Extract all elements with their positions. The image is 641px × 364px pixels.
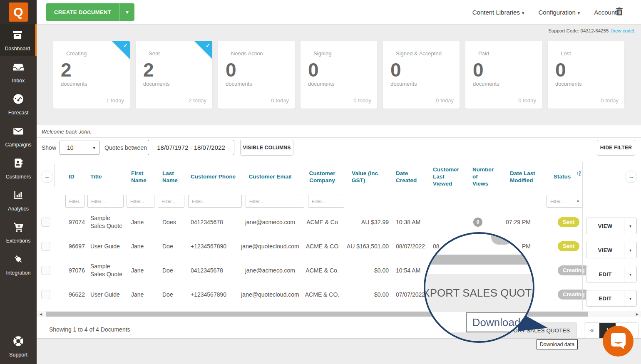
view-button[interactable]: VIEW ▾ xyxy=(586,218,637,234)
logo-block: Q xyxy=(0,0,37,24)
row-checkbox[interactable] xyxy=(41,290,50,299)
chevron-down-icon[interactable]: ▾ xyxy=(624,290,636,306)
filter-input-title[interactable] xyxy=(87,195,124,208)
cell-first-name: Jane xyxy=(123,243,153,250)
sidebar-item-support[interactable]: Support xyxy=(0,330,37,362)
filter-input-first-name[interactable] xyxy=(127,195,154,208)
row-checkbox[interactable] xyxy=(41,218,50,227)
col-header-customer-phone[interactable]: Customer Phone xyxy=(184,173,239,181)
cell-id: 97076 xyxy=(55,267,85,274)
chat-launcher-button[interactable] xyxy=(603,326,634,357)
page-size-select[interactable]: 10 ▾ xyxy=(59,141,100,155)
cart-plus-icon xyxy=(12,221,25,238)
chevron-down-icon[interactable]: ▾ xyxy=(624,266,636,282)
col-header-id[interactable]: ID xyxy=(55,173,85,181)
sidebar-item-campaigns[interactable]: Campaigns xyxy=(0,120,37,152)
divider xyxy=(37,137,641,138)
edit-button[interactable]: EDIT ▾ xyxy=(586,266,637,282)
card-sent[interactable]: ✓ Sent 2 documents 2 today xyxy=(136,41,212,109)
filter-input-email[interactable] xyxy=(246,195,304,208)
filter-input-last-name[interactable] xyxy=(158,195,184,208)
filter-input-company[interactable] xyxy=(308,195,344,208)
sidebar-item-dashboard[interactable]: Dashboard xyxy=(0,24,37,56)
scrollbar-right-arrow-icon[interactable]: ▶ xyxy=(636,312,639,316)
horizontal-scrollbar[interactable]: ◀ ▶ xyxy=(37,311,641,317)
analytics-icon xyxy=(12,189,25,206)
row-checkbox[interactable] xyxy=(41,242,50,251)
row-checkbox[interactable] xyxy=(41,266,50,275)
col-header-customer-company[interactable]: Customer Company xyxy=(301,170,343,184)
col-header-last-viewed[interactable]: Customer Last Viewed xyxy=(428,166,462,188)
forecast-icon xyxy=(12,93,25,110)
col-header-value[interactable]: Value (inc GST) xyxy=(343,170,390,184)
create-document-label: CREATE DOCUMENT xyxy=(46,9,119,15)
filter-select-status[interactable]: Filter... ▾ xyxy=(547,195,582,208)
card-lost[interactable]: Lost 0 documents 0 today xyxy=(548,41,624,109)
scroll-right-button[interactable]: → xyxy=(625,171,637,183)
app-logo[interactable]: Q xyxy=(9,2,28,22)
trash-icon[interactable] xyxy=(615,7,624,18)
sidebar-item-inbox[interactable]: Inbox xyxy=(0,56,37,88)
sort-az-icon[interactable]: ↑AZ xyxy=(576,170,581,176)
menu-configuration[interactable]: Configuration▾ xyxy=(539,9,580,16)
card-value: 2 xyxy=(143,60,205,80)
filter-input-phone[interactable] xyxy=(188,195,242,208)
documents-table: ID Title First Name Last Name Customer P… xyxy=(37,162,641,307)
date-range-input[interactable]: 18/07/1972 - 18/07/2022 xyxy=(148,140,234,155)
cell-title: User Guide xyxy=(85,243,123,250)
card-signing[interactable]: Signing 0 documents 0 today xyxy=(301,41,377,109)
cell-company: ACME & Co. xyxy=(301,267,343,274)
card-creating[interactable]: ✓ Creating 2 documents 1 today xyxy=(53,41,130,109)
filter-input-id[interactable] xyxy=(65,195,84,208)
new-code-link[interactable]: [new code] xyxy=(611,28,634,33)
chat-bubble-icon xyxy=(611,333,626,347)
col-header-last-name[interactable]: Last Name xyxy=(153,170,184,184)
plug-icon xyxy=(12,253,25,270)
edit-button[interactable]: EDIT ▾ xyxy=(586,290,637,307)
card-paid[interactable]: Paid 0 documents 0 today xyxy=(465,41,542,109)
cell-phone: 0412345678 xyxy=(184,267,239,274)
chevron-down-icon: ▾ xyxy=(93,145,99,151)
pagination-prev-button[interactable]: « xyxy=(584,323,599,338)
col-header-title[interactable]: Title xyxy=(85,173,123,181)
col-header-views[interactable]: Number of Views xyxy=(462,166,494,188)
scrollbar-left-arrow-icon[interactable]: ◀ xyxy=(40,312,42,316)
cell-email: jane@acmeco.com xyxy=(239,219,301,225)
visible-columns-button[interactable]: VISIBLE COLUMNS xyxy=(240,140,293,156)
scroll-left-button[interactable]: ← xyxy=(41,171,53,183)
col-header-first-name[interactable]: First Name xyxy=(123,170,153,184)
sidebar-item-customers[interactable]: Customers xyxy=(0,152,37,184)
sidebar: Q Dashboard Inbox Forecast Campaigns Cus… xyxy=(0,0,37,364)
sidebar-item-extentions[interactable]: Extentions xyxy=(0,216,37,248)
col-header-date-modified[interactable]: Date Last Modified xyxy=(494,170,536,184)
chevron-down-icon[interactable]: ▾ xyxy=(624,218,636,234)
menu-content-libraries[interactable]: Content Libraries▾ xyxy=(472,9,524,16)
col-header-date-created[interactable]: Date Created xyxy=(390,170,428,184)
quotes-between-label: Quotes between xyxy=(104,144,147,151)
status-badge: Creating xyxy=(558,265,590,275)
view-button[interactable]: VIEW ▾ xyxy=(586,242,637,258)
cell-company: ACME & CO. xyxy=(301,291,343,298)
sidebar-item-integration[interactable]: Integration xyxy=(0,248,37,280)
sidebar-item-analytics[interactable]: Analytics xyxy=(0,184,37,216)
sidebar-item-label: Campaigns xyxy=(5,142,31,148)
cell-phone: 0412345678 xyxy=(184,219,239,225)
card-needs-action[interactable]: Needs Action 0 documents 0 today xyxy=(218,41,295,109)
cell-first-name: Jane xyxy=(123,219,153,225)
col-header-customer-email[interactable]: Customer Email xyxy=(239,173,301,181)
views-badge: 0 xyxy=(473,218,482,227)
card-value: 2 xyxy=(61,60,122,80)
cell-date-created: 10:38 AM xyxy=(390,219,428,225)
table-row: 96697 User Guide Jane Doe +1234567890 ja… xyxy=(37,234,641,258)
col-header-status[interactable]: Status xyxy=(536,173,582,181)
cell-value: $0.00 xyxy=(343,267,390,274)
card-signed-accepted[interactable]: Signed & Accepted 0 documents 0 today xyxy=(383,41,460,109)
card-today: 0 today xyxy=(601,97,619,104)
chevron-down-icon[interactable]: ▾ xyxy=(119,3,134,21)
create-document-button[interactable]: CREATE DOCUMENT ▾ xyxy=(46,3,134,21)
cell-id: 96622 xyxy=(55,291,85,298)
hide-filter-button[interactable]: HIDE FILTER xyxy=(597,140,635,156)
sidebar-item-forecast[interactable]: Forecast xyxy=(0,88,37,120)
chevron-down-icon[interactable]: ▾ xyxy=(624,242,636,258)
cell-last-name: Doe xyxy=(153,243,184,250)
